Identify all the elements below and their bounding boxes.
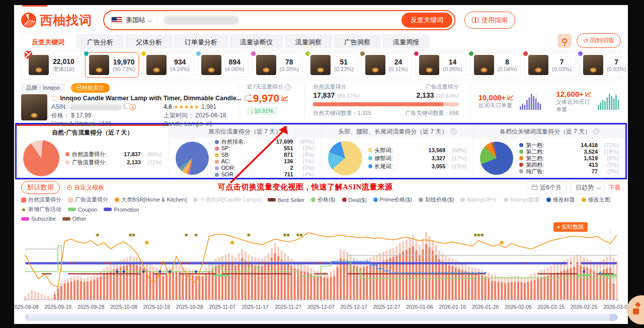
date-range-picker[interactable]: 近6个月 — [527, 181, 567, 194]
back-to-old-version-button[interactable]: ↺ 回到旧版 — [577, 33, 621, 48]
data-zoom-left-handle[interactable] — [25, 314, 28, 321]
organic-ad-ratio-bar — [313, 102, 458, 106]
data-zoom-right-handle[interactable] — [610, 314, 618, 321]
legend-item-Promotion[interactable]: Promotion — [104, 207, 139, 213]
custom-template-link[interactable]: 自定义模板 — [67, 183, 104, 192]
floating-action-button[interactable]: ◆ — [627, 295, 644, 324]
granularity-select[interactable]: 日趋势 — [571, 181, 605, 194]
legend-item-Other[interactable]: Other — [62, 216, 87, 222]
legend-item-划线价格($)[interactable]: 划线价格($) — [419, 196, 454, 204]
product-title[interactable]: Innqoo Candle Warmer Lamp with Timer, Di… — [60, 94, 242, 103]
legend-item-Best Seller[interactable]: Best Seller — [268, 197, 304, 203]
pie-legend-row[interactable]: 第四档:413(2%) — [519, 162, 619, 168]
variant-card[interactable]: 8(0.04%) — [470, 52, 521, 78]
legend-item-Ratings数量[interactable]: Ratings数量 — [504, 196, 540, 204]
legend-item-Coupon[interactable]: Coupon — [68, 207, 98, 213]
variant-card[interactable]: 24(0.11%) — [361, 52, 412, 78]
tab-反查关键词[interactable]: 反查关键词 — [21, 34, 75, 48]
tab-广告洞察[interactable]: 广告洞察 — [334, 34, 381, 48]
chevron-down-icon[interactable] — [147, 17, 152, 22]
tip-bulb-button[interactable] — [557, 34, 572, 48]
rating-row: 4.6 ★★★★★★★★★★ 1,981 — [164, 103, 249, 111]
pie-legend-row[interactable]: SOR:711(4%) — [215, 171, 314, 178]
tab-流量洞察[interactable]: 流量洞察 — [285, 34, 332, 48]
pie-legend-row[interactable]: 自然排名:17,699(89%) — [215, 139, 314, 145]
variant-card[interactable]: 19,970(90.73%) — [85, 52, 139, 78]
legend-text: 自然流量得分 — [28, 196, 61, 204]
tab-流量周报[interactable]: 流量周报 — [382, 34, 430, 48]
variant-card[interactable]: 934(4.24%) — [142, 52, 194, 78]
x-tick-label: 2025-11-17 — [237, 304, 273, 310]
legend-pct: (68%) — [445, 147, 466, 154]
help-icon[interactable] — [593, 128, 599, 135]
variant-card[interactable]: 7(0.03%) — [579, 52, 628, 78]
variant-card[interactable]: 894(4.06%) — [197, 52, 249, 78]
trend-chart-icon[interactable] — [585, 91, 592, 97]
data-zoom-scrollbar[interactable] — [25, 314, 618, 321]
pie-legend-row[interactable]: SB:871(4%) — [215, 152, 314, 158]
variant-card[interactable]: 51(0.23%) — [306, 52, 358, 78]
legend-item-修改主图[interactable]: 修改主图 — [582, 196, 610, 204]
help-icon[interactable] — [450, 128, 456, 135]
legend-item-Subscribe[interactable]: Subscribe — [21, 216, 56, 222]
legend-item-修改标题[interactable]: 修改标题 — [546, 196, 575, 204]
info-icon[interactable] — [285, 84, 291, 90]
tab-订单量分析[interactable]: 订单量分析 — [174, 34, 228, 48]
followed-badge[interactable]: 已特别关注 — [71, 83, 110, 93]
pie-panel-1[interactable]: 自然-广告流量得分（近 7 天）自然流量得分:17,837(89%)广告流量得分… — [17, 124, 169, 178]
pie-legend-row[interactable]: 自然流量得分:17,837(89%) — [65, 151, 162, 158]
pie-legend-row[interactable]: 腰部词:3,327(17%) — [368, 155, 467, 162]
site-selector[interactable]: 美国站 — [126, 16, 145, 25]
legend-item-自然流量得分[interactable]: 自然流量得分 — [21, 196, 61, 204]
search-input[interactable] — [164, 16, 239, 25]
star-rating: ★★★★★★★★★★ — [174, 103, 200, 111]
listed-label: 上架时间： — [164, 112, 194, 119]
pie-legend-row[interactable]: 第三档:1,519(8%) — [519, 155, 619, 162]
legend-item-Ratings评分[interactable]: Ratings评分 — [460, 196, 497, 204]
pie-legend-row[interactable]: 第二档:3,524(18%) — [519, 149, 619, 155]
pie-legend-row[interactable]: AC:136(1%) — [215, 158, 314, 165]
variant-card[interactable]: 14(0.06%) — [415, 52, 466, 78]
pie-legend-row[interactable]: OOR:2(0%) — [215, 165, 314, 171]
pie-legend-row[interactable]: SP:551(3%) — [215, 145, 314, 152]
product-image[interactable] — [21, 94, 47, 120]
reverse-search-button[interactable]: 反查关键词 — [401, 13, 452, 28]
copy-icon[interactable] — [244, 96, 249, 101]
legend-item-大类BSR[Home & Kitchen][interactable]: 大类BSR[Home & Kitchen] — [115, 196, 187, 204]
legend-label: AC: — [221, 158, 230, 165]
download-link[interactable]: 下载 — [609, 183, 621, 192]
variant-card[interactable]: 78(0.35%) — [252, 52, 303, 78]
data-zoom-window[interactable] — [26, 314, 617, 320]
usage-guide-button[interactable]: 使用指南 — [464, 12, 515, 29]
pie-panel-2[interactable]: 展示位流量得分（近 7 天）自然排名:17,699(89%)SP:551(3%)… — [169, 124, 321, 178]
app-logo[interactable]: 西柚找词 — [21, 12, 92, 29]
legend-item-广告流量得分[interactable]: 广告流量得分 — [68, 196, 108, 204]
tab-流量诊断仪[interactable]: 流量诊断仪 — [229, 34, 283, 48]
legend-item-Deal($)[interactable]: Deal($) — [342, 197, 367, 203]
amazon-link-icon[interactable] — [129, 104, 136, 110]
legend-item-新增广告活动[interactable]: ★新增广告活动 — [21, 206, 61, 213]
legend-item-Prime价格($)[interactable]: Prime价格($) — [373, 196, 412, 204]
default-data-button[interactable]: 默认数据 — [21, 181, 60, 194]
pie-legend-row[interactable]: 头部词:13,569(68%) — [368, 147, 467, 154]
trend-chart-canvas[interactable]: ★★★★★★★★★★★★★ — [21, 224, 621, 302]
bulb-icon — [562, 38, 567, 43]
tab-父体分析[interactable]: 父体分析 — [125, 34, 173, 48]
pie-legend-row[interactable]: 长尾词:3,055(15%) — [368, 163, 467, 170]
tab-广告分析[interactable]: 广告分析 — [76, 34, 124, 48]
pie-legend-row[interactable]: 第一档:14,418(72%) — [519, 142, 619, 149]
rating-count[interactable]: 1,981 — [201, 103, 216, 110]
pie-panel-4[interactable]: 各档位关键词流量得分（近 7 天）第一档:14,418(72%)第二档:3,52… — [473, 124, 625, 178]
trend-chart-icon[interactable] — [281, 95, 288, 101]
legend-item-价格($)[interactable]: 价格($) — [311, 196, 335, 204]
pie-legend-row[interactable]: 广告流量得分:2,133(11%) — [65, 159, 162, 166]
pie-panel-3[interactable]: 头部、腰部、长尾词流量得分（近 7 天）头部词:13,569(68%)腰部词:3… — [321, 124, 474, 178]
favorite-heart-icon[interactable]: ♡ — [51, 96, 58, 102]
copy-icon[interactable] — [123, 104, 128, 109]
pie-legend-row[interactable]: 纯广告:77(0%) — [519, 168, 619, 175]
variant-summary-card[interactable]: 22,010 变体(16) — [26, 55, 77, 75]
legend-item-小类BSR[Candle Lamps][interactable]: 小类BSR[Candle Lamps] — [193, 196, 261, 204]
trend-chart-icon[interactable] — [507, 95, 514, 100]
legend-value: 1,519 — [584, 155, 598, 162]
variant-card[interactable]: 7(0.03%) — [524, 52, 576, 78]
